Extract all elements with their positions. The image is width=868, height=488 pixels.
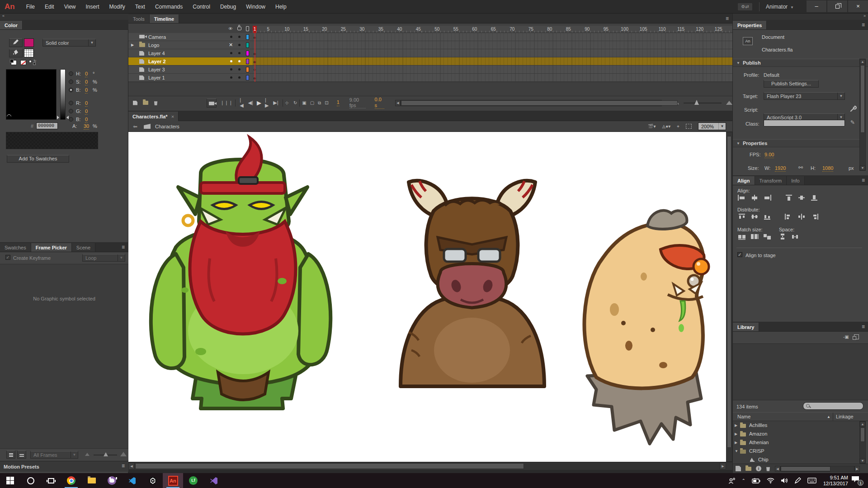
fps-value[interactable]: 9.00 xyxy=(764,152,774,158)
onion-marker-icon[interactable]: ❘❘❘ xyxy=(220,100,233,105)
match-width-button[interactable] xyxy=(736,232,747,240)
menu-item-window[interactable]: Window xyxy=(241,0,270,14)
all-frames-dropdown[interactable]: All Frames▼ xyxy=(30,451,78,459)
panel-menu-icon[interactable]: ≡ xyxy=(118,463,128,470)
sync-settings-icon[interactable]: ⚙⇄ xyxy=(737,3,753,11)
loop-playback-button[interactable]: ↻ xyxy=(293,100,297,105)
tab-properties[interactable]: Properties xyxy=(733,21,767,29)
new-symbol-button[interactable] xyxy=(736,466,741,471)
layer-visibility-toggle[interactable] xyxy=(230,76,232,79)
grid-view-button[interactable] xyxy=(6,450,15,459)
color-component-value[interactable]: 0 xyxy=(85,71,88,77)
layer-outline-color-chip[interactable] xyxy=(246,51,249,56)
hex-input[interactable] xyxy=(36,122,58,129)
align-bottom-button[interactable] xyxy=(809,193,820,202)
distribute-left-button[interactable] xyxy=(783,212,794,221)
menu-item-control[interactable]: Control xyxy=(188,0,215,14)
panel-menu-icon[interactable]: ≡ xyxy=(858,22,868,29)
restore-button[interactable] xyxy=(827,0,847,12)
match-both-button[interactable] xyxy=(762,232,773,240)
onion-outline-button[interactable]: ▢ xyxy=(310,100,314,105)
timeline-scrollbar[interactable] xyxy=(401,100,657,106)
show-hidden-icons-chevron[interactable]: ⌃ xyxy=(742,478,745,483)
menu-item-help[interactable]: Help xyxy=(270,0,292,14)
color-mode-radio[interactable] xyxy=(69,101,73,105)
new-library-panel-icon[interactable] xyxy=(854,334,859,339)
action-center-button[interactable]: 1 xyxy=(852,476,863,486)
color-component-value[interactable]: 0 xyxy=(85,108,88,115)
library-hscroll-right[interactable]: ▶ xyxy=(854,466,860,472)
library-item-athenian[interactable]: ▶Athenian xyxy=(733,438,859,447)
battery-icon[interactable] xyxy=(752,478,760,483)
timeline-zoom-slider[interactable] xyxy=(684,103,722,103)
tab-frame-picker[interactable]: Frame Picker xyxy=(31,243,72,252)
thumb-size-slider[interactable] xyxy=(94,455,117,455)
layer-frames-strip[interactable] xyxy=(253,41,732,49)
stage-scroll-right[interactable]: ▶ xyxy=(720,463,726,469)
expand-folder-icon[interactable]: ▶ xyxy=(131,43,134,47)
back-arrow-icon[interactable]: ⬅ xyxy=(133,123,137,130)
edit-multiple-frames-button[interactable]: ⧉ xyxy=(318,100,321,106)
menu-item-modify[interactable]: Modify xyxy=(104,0,130,14)
no-color-button[interactable] xyxy=(20,60,26,65)
library-hscroll-left[interactable]: ◀ xyxy=(775,466,780,472)
class-input[interactable] xyxy=(764,120,845,127)
target-dropdown[interactable]: Flash Player 23▼ xyxy=(764,92,845,100)
tab-color[interactable]: Color xyxy=(0,21,23,29)
layer-visibility-toggle[interactable] xyxy=(230,60,232,62)
pin-library-icon[interactable]: -▣ xyxy=(843,334,849,339)
layer-visibility-toggle[interactable] xyxy=(230,36,232,38)
align-right-button[interactable] xyxy=(762,193,773,202)
timeline-ruler[interactable]: 1 51015202530354045505560657075808590951… xyxy=(253,26,732,33)
item-properties-icon[interactable]: i xyxy=(756,466,761,471)
align-left-button[interactable] xyxy=(736,193,747,202)
tab-transform[interactable]: Transform xyxy=(755,176,787,185)
tab-align[interactable]: Align xyxy=(733,176,755,185)
timeline-layer-row-camera[interactable]: Camera xyxy=(128,33,732,41)
last-frame-button[interactable]: ▶| xyxy=(273,100,278,106)
list-view-button[interactable] xyxy=(17,450,26,459)
space-vertical-button[interactable] xyxy=(778,232,789,240)
fill-color-swatch[interactable] xyxy=(24,49,34,57)
color-mode-radio[interactable] xyxy=(69,88,73,92)
scene-name[interactable]: Characters xyxy=(155,124,179,129)
align-middle-v-button[interactable] xyxy=(796,193,807,202)
space-horizontal-button[interactable] xyxy=(791,232,802,240)
layer-outline-color-chip[interactable] xyxy=(246,67,249,72)
align-to-stage-checkbox[interactable]: ✓ xyxy=(737,252,742,257)
library-item-achillles[interactable]: ▶Achillles xyxy=(733,421,859,430)
onion-skin-button[interactable]: ▣ xyxy=(302,100,306,105)
color-mode-radio[interactable] xyxy=(69,109,73,113)
taskbar-vscode[interactable] xyxy=(122,473,142,488)
layer-outline-color-chip[interactable] xyxy=(246,59,249,64)
thumb-size-large-icon[interactable] xyxy=(120,452,127,456)
create-keyframe-checkbox[interactable]: ✓ xyxy=(5,255,10,260)
color-component-value[interactable]: 0 xyxy=(85,117,88,123)
taskbar-github[interactable] xyxy=(102,473,122,488)
minimize-button[interactable]: – xyxy=(807,0,826,12)
class-edit-pencil-icon[interactable]: ✎ xyxy=(850,119,855,126)
panel-menu-icon[interactable]: ≡ xyxy=(858,177,868,185)
layer-lock-toggle[interactable] xyxy=(238,36,241,38)
frame-rate-field[interactable]: 9.00 fps xyxy=(349,97,366,108)
stage-canvas[interactable] xyxy=(128,132,726,462)
match-height-button[interactable] xyxy=(749,232,760,240)
taskbar-explorer[interactable] xyxy=(81,473,102,488)
library-search-input[interactable] xyxy=(803,402,863,410)
distribute-center-h-button[interactable] xyxy=(796,212,807,221)
camera-button[interactable] xyxy=(207,99,217,108)
link-width-height-icon[interactable]: ⚯ xyxy=(798,164,803,171)
timeline-layer-row-layer-3[interactable]: Layer 3 xyxy=(128,66,732,74)
golem-character[interactable] xyxy=(560,172,723,452)
distribute-right-button[interactable] xyxy=(809,212,820,221)
properties-scrollbar[interactable]: ▲ ▼ xyxy=(859,59,866,171)
menu-item-insert[interactable]: Insert xyxy=(81,0,104,14)
tab-library[interactable]: Library xyxy=(733,323,759,331)
menu-item-view[interactable]: View xyxy=(59,0,81,14)
layer-frames-strip[interactable] xyxy=(253,66,732,73)
layer-lock-toggle[interactable] xyxy=(238,76,241,79)
width-value[interactable]: 1920 xyxy=(775,165,786,172)
library-item-amazon[interactable]: ▶Amazon xyxy=(733,430,859,438)
library-item-chip[interactable]: Chip xyxy=(733,455,859,464)
layer-frames-strip[interactable] xyxy=(253,33,732,41)
